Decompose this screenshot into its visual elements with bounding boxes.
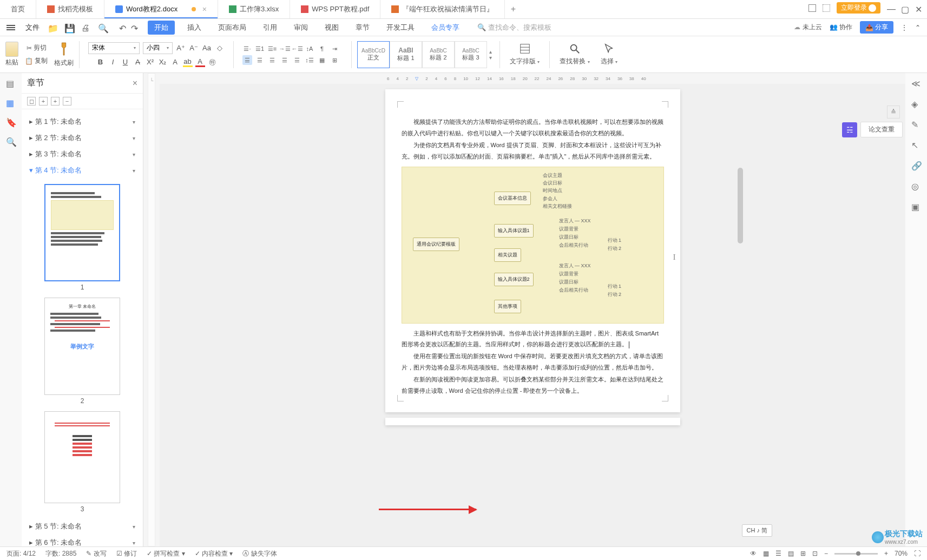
- pt-icon-1[interactable]: ◻: [27, 97, 36, 106]
- word-count[interactable]: 字数: 2885: [45, 549, 76, 558]
- collapse-ribbon-icon[interactable]: ⌃: [915, 24, 921, 31]
- shading-button[interactable]: ▦: [317, 55, 327, 65]
- section-5[interactable]: ▸ 第 5 节: 未命名▾: [27, 518, 137, 535]
- thumbnail-2[interactable]: 第一章 未命名 举例文字: [44, 298, 120, 395]
- pt-icon-2[interactable]: +: [39, 97, 48, 106]
- sort-button[interactable]: ↕A: [305, 44, 314, 54]
- spell-check[interactable]: ✓ 拼写检查 ▾: [147, 549, 185, 558]
- open-icon[interactable]: 📁: [48, 23, 56, 32]
- clear-format-icon[interactable]: ◇: [215, 43, 225, 53]
- thumbnail-3[interactable]: [44, 411, 120, 503]
- tab-template[interactable]: 找稻壳模板: [36, 0, 104, 18]
- collapse-widget-icon[interactable]: ≙: [887, 106, 900, 118]
- view-web-icon[interactable]: ▤: [788, 550, 794, 557]
- target-icon[interactable]: ◎: [911, 181, 921, 191]
- zoom-slider[interactable]: [834, 553, 878, 555]
- view-print-icon[interactable]: ▦: [763, 550, 769, 557]
- page-count[interactable]: 页面: 4/12: [6, 549, 36, 558]
- font-missing[interactable]: Ⓐ 缺失字体: [242, 549, 277, 558]
- indent-inc-button[interactable]: →☰: [280, 44, 290, 54]
- format-painter-button[interactable]: 格式刷: [54, 41, 74, 68]
- underline-button[interactable]: U: [121, 57, 130, 67]
- style-h3[interactable]: AaBbC标题 3: [455, 41, 487, 68]
- indent-dec-button[interactable]: ←☰: [292, 44, 302, 54]
- section-6[interactable]: ▸ 第 6 节: 未命名▾: [27, 535, 137, 546]
- distribute-button[interactable]: ☰: [292, 55, 302, 65]
- paper-check-widget[interactable]: ☵ 论文查重: [842, 122, 903, 137]
- align-left-button[interactable]: ☰: [242, 55, 252, 65]
- pt-icon-3[interactable]: +: [51, 97, 60, 106]
- tab-button[interactable]: ⇥: [330, 44, 339, 54]
- mindmap-diagram[interactable]: 通用会议纪要模板 会议基本信息 输入具体议题1 相关议题 输入具体议题2 其他事…: [402, 167, 664, 324]
- line-spacing-button[interactable]: ↕☰: [305, 55, 314, 65]
- link-icon[interactable]: 🔗: [911, 161, 921, 170]
- para-mark-button[interactable]: ¶: [317, 44, 327, 54]
- panel-close-icon[interactable]: ×: [133, 78, 137, 88]
- align-justify-button[interactable]: ☰: [280, 55, 290, 65]
- redo-icon[interactable]: ↷: [131, 23, 140, 32]
- ribbon-view[interactable]: 视图: [320, 21, 343, 35]
- content-check[interactable]: ✓ 内容检查 ▾: [195, 549, 233, 558]
- zoom-value[interactable]: 70%: [895, 550, 908, 557]
- tab-pdf[interactable]: WPS PPT教程.pdf: [290, 0, 380, 18]
- view-outline-icon[interactable]: ⊞: [800, 550, 806, 557]
- tab-ppt[interactable]: 『端午狂欢祝福浓情满节日』: [380, 0, 505, 18]
- cloud-status[interactable]: ☁ 未上云: [794, 23, 821, 32]
- ribbon-section[interactable]: 章节: [351, 21, 374, 35]
- circled-char-button[interactable]: ㊕: [208, 57, 218, 67]
- style-down-icon[interactable]: ▾: [489, 55, 492, 61]
- para-1[interactable]: 视频提供了功能强大的方法帮助你证明你的观点。当你单击联机视频时，可以在想要添加的…: [402, 116, 664, 139]
- revise-status[interactable]: ✎ 改写: [86, 549, 106, 558]
- minimize-icon[interactable]: —: [887, 4, 895, 12]
- section-1[interactable]: ▸ 第 1 节: 未命名▾: [27, 114, 137, 130]
- scrollbar-vertical[interactable]: [738, 168, 744, 546]
- text-layout-button[interactable]: 文字排版 ▾: [505, 43, 544, 66]
- share-button[interactable]: 📤 分享: [860, 21, 893, 34]
- zoom-in-icon[interactable]: +: [884, 550, 888, 557]
- bullets-button[interactable]: ☰·: [242, 44, 252, 54]
- grid-icon[interactable]: [808, 4, 816, 12]
- section-3[interactable]: ▸ 第 3 节: 未命名▾: [27, 146, 137, 162]
- zoom-out-icon[interactable]: −: [824, 550, 828, 557]
- fullscreen-icon[interactable]: ⛶: [914, 550, 921, 557]
- borders-button[interactable]: ⊞: [330, 55, 339, 65]
- style-h1[interactable]: AaBl标题 1: [390, 41, 422, 68]
- para-4[interactable]: 使用在需要位置出现的新按钮在 Word 中保存时间。若要更改图片填充文档的方式，…: [402, 351, 664, 373]
- pt-icon-4[interactable]: −: [63, 97, 71, 106]
- zoom-fit-icon[interactable]: ⊡: [812, 550, 818, 557]
- bookmark-icon[interactable]: 🔖: [6, 117, 16, 127]
- document-area[interactable]: 642 ▽ 2468101214161820222426283032343638…: [160, 73, 905, 546]
- section-2[interactable]: ▸ 第 2 节: 未命名▾: [27, 130, 137, 146]
- page-content[interactable]: 视频提供了功能强大的方法帮助你证明你的观点。当你单击联机视频时，可以在想要添加的…: [385, 89, 680, 412]
- highlight-button[interactable]: ab: [183, 57, 193, 67]
- para-5[interactable]: 在新的阅读视图中阅读更加容易。可以折叠文档某些部分并关注所需文本。如果在达到结尾…: [402, 374, 664, 397]
- diamond-icon[interactable]: ◈: [911, 99, 921, 109]
- search-pane-icon[interactable]: 🔍: [6, 137, 16, 147]
- box-icon[interactable]: ▣: [911, 202, 921, 212]
- cut-button[interactable]: ✂ 剪切: [25, 42, 48, 54]
- tab-excel[interactable]: 工作簿3.xlsx: [218, 0, 290, 18]
- track-status[interactable]: ☑ 修订: [116, 549, 137, 558]
- arrow-icon[interactable]: ↖: [911, 140, 921, 150]
- bold-button[interactable]: B: [96, 57, 106, 67]
- tab-word-doc[interactable]: Word教程2.docx ×: [104, 0, 218, 18]
- para-3[interactable]: 主题和样式也有助于文档保持协调。当你单击设计并选择新的主题时，图片、图表或 Sm…: [402, 328, 664, 351]
- print-icon[interactable]: 🖨: [81, 23, 90, 32]
- font-color-button[interactable]: A: [195, 57, 205, 67]
- outline-icon[interactable]: ▤: [6, 78, 16, 88]
- strike-button[interactable]: A̶: [133, 57, 143, 67]
- find-replace-button[interactable]: 查找替换 ▾: [555, 43, 594, 66]
- size-select[interactable]: 小四▾: [143, 42, 173, 54]
- copy-button[interactable]: 📋 复制: [24, 55, 49, 67]
- apps-icon[interactable]: [823, 4, 830, 12]
- paste-button[interactable]: 粘贴: [5, 42, 18, 67]
- preview-icon[interactable]: 🔍: [98, 23, 107, 32]
- undo-icon[interactable]: ↶: [119, 23, 128, 32]
- collapse-icon[interactable]: ≪: [911, 78, 921, 88]
- align-center-button[interactable]: ☰: [255, 55, 265, 65]
- align-right-button[interactable]: ☰: [267, 55, 277, 65]
- style-h2[interactable]: AaBbC标题 2: [422, 41, 455, 68]
- numbering-button[interactable]: ☰1: [255, 44, 265, 54]
- ribbon-start[interactable]: 开始: [148, 21, 175, 35]
- select-button[interactable]: 选择 ▾: [596, 43, 622, 66]
